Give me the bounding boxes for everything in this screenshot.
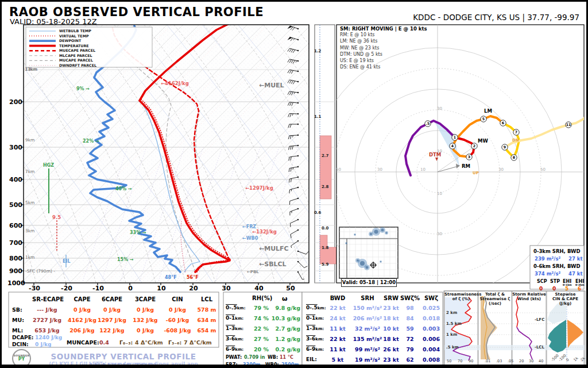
height-label: 5km — [25, 201, 34, 205]
temp-tick: -20 — [61, 285, 72, 292]
column-bar — [320, 136, 331, 199]
sounderpy-logo: SOUNDER PY — [12, 349, 31, 368]
pressure-tick: 500 — [7, 202, 22, 208]
srh-0-3-label: 0-3km SRH, — [533, 249, 566, 254]
ring-label: 30 — [377, 168, 382, 172]
svg-text:4: 4 — [451, 144, 454, 148]
column-value: 1.2 — [314, 49, 321, 53]
footer-credit: (C) KYLE J GILLETT | sounderpysoundings.… — [32, 361, 215, 367]
rh-value: 22 % — [250, 326, 273, 332]
omega-value: 2.7 g/kg — [270, 326, 300, 332]
index-value: 0 — [539, 286, 543, 292]
thermo-cell: 0 J/kg — [65, 307, 99, 313]
shear-cell: 11 kt — [322, 347, 354, 352]
panel-km-label: .5 km — [446, 346, 459, 350]
shear-cell: 0.006 — [415, 336, 447, 342]
skewt-annotation: ←MULFC — [259, 246, 289, 252]
index-value: 5 — [565, 286, 568, 292]
legend-label: MLCAPE PARCEL — [59, 54, 92, 57]
ring-label: 10 — [420, 168, 425, 172]
skewt-annotation: EIL — [63, 259, 71, 264]
storm-motion-label-rm: RM — [462, 164, 470, 169]
svg-text:9: 9 — [504, 145, 506, 149]
skewt-annotation: ←MUEL — [259, 82, 284, 89]
hodo-info-line: LM: NE @ 36 kts — [340, 39, 377, 44]
svg-text:5: 5 — [482, 117, 485, 121]
dcape-value: 1240 J/kg — [35, 335, 62, 340]
legend-label: WETBULB TEMP — [59, 29, 91, 33]
thermo-cell: 2727 J/kg — [30, 317, 64, 323]
muncape-label: MUNCAPE: — [67, 340, 99, 346]
hodo-info-line: RM: E @ 10 kts — [340, 33, 375, 37]
omega-value: 10.3 g/kg — [270, 316, 300, 321]
ring-label: 30 — [437, 232, 442, 236]
skewt-annotation: 9.5 — [52, 215, 61, 220]
thermo-col-header: CAPE — [67, 297, 97, 302]
skewt-annotation: 48°F — [165, 275, 177, 280]
column-value: 0.0 — [322, 227, 328, 231]
omega-header: ω — [282, 296, 288, 302]
thermo-row-label: ML: — [12, 328, 23, 334]
storm-motion-label-mw: MW — [478, 139, 488, 144]
skewt-annotation: ←4162J/kg — [161, 81, 189, 86]
index-value: 6 — [578, 286, 581, 292]
dcape-label: DCAPE: — [12, 335, 33, 340]
thermo-cell: 634 m — [189, 317, 224, 323]
shear-cell: 0.018 — [415, 316, 447, 321]
panel-km-label: 1 km — [446, 333, 457, 337]
radar-inset — [339, 227, 398, 278]
svg-text:1: 1 — [454, 135, 456, 139]
pressure-tick: 200 — [7, 99, 22, 105]
rh-row-label: 1-3km: — [226, 326, 243, 331]
wb0-label: WB0: — [265, 363, 279, 367]
thermo-cell: 1297 J/kg — [95, 317, 129, 323]
shear-cell: 0.004 — [415, 347, 447, 352]
svg-text:.5: .5 — [426, 121, 430, 125]
legend-label: MUECAPE PARCEL — [59, 49, 95, 52]
svg-text:6: 6 — [502, 121, 504, 125]
column-value: 0.6 — [314, 211, 321, 215]
rh-row-label: 6-9km: — [226, 347, 243, 352]
ring-label: 50 — [336, 168, 341, 172]
height-label: 3km — [25, 229, 34, 233]
height-label: 9km — [25, 138, 34, 143]
rh-row-label: 0-.5km: — [226, 305, 245, 310]
wb-label: WB: — [268, 355, 278, 360]
legend-label: MUCAPE PARCEL — [59, 59, 93, 62]
column-value: 1.1 — [314, 115, 321, 119]
panel-level-label: -LCL — [535, 346, 544, 350]
thermo-col-header: 6CAPE — [97, 297, 127, 302]
rh-row-label: 0-1km: — [226, 316, 243, 321]
pressure-tick: 800 — [7, 255, 22, 262]
rh-header: RH(%) — [252, 296, 272, 301]
skewt-annotation: 9% → — [76, 87, 90, 91]
sounderpy-figure: RAOB OBSERVED VERTICAL PROFILE VALID: 05… — [0, 0, 588, 368]
rh-row-label: 3-6km: — [226, 336, 243, 342]
bwd-0-3-value: 27 kt — [568, 256, 583, 262]
lapse-0-3-label: Γ₀₋₃: — [119, 340, 133, 346]
column-value: 5.9 — [322, 263, 328, 267]
temp-tick: -10 — [92, 285, 104, 292]
thermo-col-header: CIN — [163, 297, 192, 302]
storm-motion-label-lm: LM — [484, 109, 492, 114]
skewt-annotation: 56°F — [187, 275, 199, 280]
thermo-cell: 653 J/kg — [30, 328, 64, 334]
panel-tick: 30 — [529, 359, 533, 363]
shear-row-label: EIL: — [306, 357, 317, 362]
column-value: 2.7 — [322, 154, 328, 158]
wb0-value: 2500m — [281, 363, 299, 367]
storm-motion-label-dtm: DTM — [429, 152, 441, 158]
shear-cell: 5 kt — [322, 357, 354, 363]
shear-cell: 0.003 — [415, 326, 447, 332]
storm-motion-label-up: UP — [473, 171, 479, 175]
panel-title: Streamwisenessof ζ (%) — [444, 293, 478, 302]
shear-cell: 11 kt — [322, 326, 354, 332]
rh-value: 74 % — [250, 316, 273, 321]
index-header: STP — [550, 279, 560, 284]
temp-tick: 10 — [156, 285, 167, 292]
pressure-tick: 1000 — [7, 280, 22, 286]
panel-tick: 50 — [447, 359, 451, 363]
thermo-row-label: MU: — [12, 317, 24, 323]
legend-label: DEWPOINT — [59, 39, 81, 43]
rh-value: 27 % — [250, 336, 273, 342]
